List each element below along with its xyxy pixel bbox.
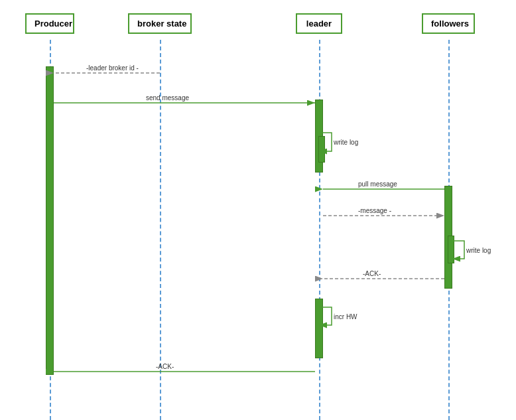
activation-followers-self <box>448 236 454 263</box>
activation-leader-self <box>318 136 325 163</box>
label-msg7: -ACK- <box>363 270 381 277</box>
label-msg2: send message <box>146 94 189 102</box>
lifeline-leader <box>319 40 320 420</box>
activation-producer <box>46 66 54 375</box>
label-msg9: -ACK- <box>156 363 174 370</box>
sequence-diagram: Producer broker state leader followers <box>0 0 516 420</box>
activation-leader-2 <box>315 299 323 358</box>
label-msg3: write log <box>333 139 358 146</box>
label-msg1: -leader broker id - <box>86 64 139 72</box>
label-msg6: write log <box>466 247 491 254</box>
label-msg5: -message - <box>358 207 391 214</box>
label-msg8: incr HW <box>334 313 357 320</box>
actor-broker-state: broker state <box>128 13 192 34</box>
actor-leader: leader <box>296 13 342 34</box>
label-msg4: pull message <box>358 180 397 188</box>
arrows-svg: -leader broker id - send message write l… <box>0 0 516 420</box>
lifeline-broker-state <box>160 40 161 420</box>
actor-followers: followers <box>422 13 475 34</box>
actor-producer: Producer <box>25 13 74 34</box>
